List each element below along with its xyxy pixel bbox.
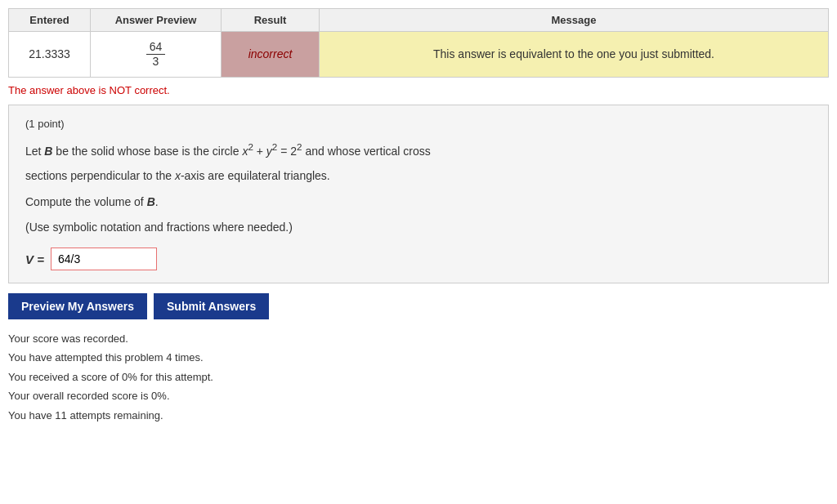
result-cell: incorrect — [222, 32, 320, 78]
col-header-result: Result — [222, 9, 320, 32]
result-text: incorrect — [248, 47, 293, 60]
answer-row: V = — [25, 248, 812, 270]
problem-description: Let B be the solid whose base is the cir… — [25, 138, 812, 238]
fraction-numerator: 64 — [146, 40, 166, 55]
score-line2: You have attempted this problem 4 times. — [8, 348, 829, 367]
buttons-row: Preview My Answers Submit Answers — [8, 293, 829, 319]
not-correct-message: The answer above is NOT correct. — [8, 84, 829, 96]
col-header-message: Message — [320, 9, 829, 32]
answer-input[interactable] — [51, 248, 157, 270]
col-header-preview: Answer Preview — [91, 9, 222, 32]
fraction-denominator: 3 — [150, 55, 163, 69]
problem-line4: (Use symbolic notation and fractions whe… — [25, 217, 812, 238]
preview-button[interactable]: Preview My Answers — [8, 293, 147, 319]
score-line4: Your overall recorded score is 0%. — [8, 386, 829, 405]
score-line5: You have 11 attempts remaining. — [8, 406, 829, 425]
submit-button[interactable]: Submit Answers — [154, 293, 269, 319]
answer-table: Entered Answer Preview Result Message 21… — [8, 8, 829, 78]
score-line1: Your score was recorded. — [8, 329, 829, 348]
problem-line3: Compute the volume of B. — [25, 192, 812, 212]
answer-label: V = — [25, 252, 44, 266]
entered-value: 21.3333 — [9, 32, 91, 78]
problem-line1: Let B be the solid whose base is the cir… — [25, 138, 812, 162]
score-info: Your score was recorded. You have attemp… — [8, 329, 829, 425]
problem-line2: sections perpendicular to the x-axis are… — [25, 166, 812, 186]
col-header-entered: Entered — [9, 9, 91, 32]
answer-preview: 64 3 — [91, 32, 222, 78]
problem-box: (1 point) Let B be the solid whose base … — [8, 105, 829, 283]
message-cell: This answer is equivalent to the one you… — [320, 32, 829, 78]
score-line3: You received a score of 0% for this atte… — [8, 368, 829, 386]
problem-points: (1 point) — [25, 118, 812, 130]
fraction-display: 64 3 — [146, 40, 166, 69]
